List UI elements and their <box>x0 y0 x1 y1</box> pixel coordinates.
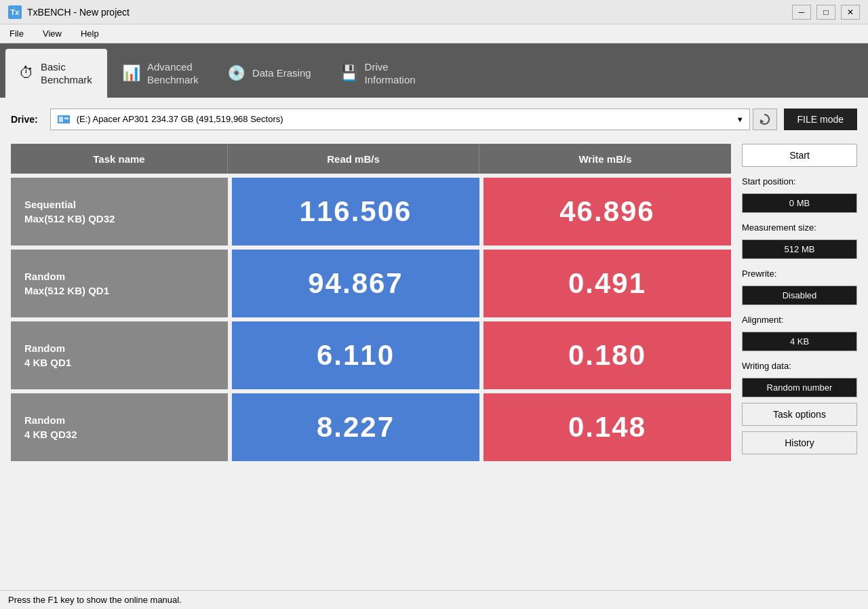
alignment-value[interactable]: 4 KB <box>742 332 857 351</box>
table-row: RandomMax(512 KB) QD1 94.867 0.491 <box>11 250 731 317</box>
main-content: Drive: (E:) Apacer AP301 234.37 GB (491,… <box>0 98 868 590</box>
file-mode-button[interactable]: FILE mode <box>784 109 857 130</box>
write-value-3: 0.148 <box>484 393 731 461</box>
writing-data-label: Writing data: <box>742 361 857 371</box>
alignment-label: Alignment: <box>742 315 857 325</box>
data-erasing-icon: 💿 <box>227 64 245 82</box>
header-read: Read mB/s <box>228 144 479 174</box>
sidebar: Start Start position: 0 MB Measurement s… <box>742 144 857 579</box>
drive-select-text: (E:) Apacer AP301 234.37 GB (491,519,968… <box>56 114 283 125</box>
drive-row: Drive: (E:) Apacer AP301 234.37 GB (491,… <box>11 109 857 130</box>
tab-drive-information[interactable]: 💾 DriveInformation <box>326 49 429 98</box>
header-write: Write mB/s <box>479 144 731 174</box>
header-task-name: Task name <box>11 144 228 174</box>
svg-rect-1 <box>59 117 63 122</box>
status-text: Press the F1 key to show the online manu… <box>8 595 182 605</box>
tab-data-erasing[interactable]: 💿 Data Erasing <box>214 49 325 98</box>
window-controls: ─ □ ✕ <box>792 5 860 20</box>
window-title: TxBENCH - New project <box>27 7 130 18</box>
read-value-1: 94.867 <box>232 250 479 317</box>
tab-basic-benchmark-label: BasicBenchmark <box>41 60 92 87</box>
tab-basic-benchmark[interactable]: ⏱ BasicBenchmark <box>5 49 107 98</box>
measurement-size-label: Measurement size: <box>742 222 857 233</box>
start-button[interactable]: Start <box>742 144 857 167</box>
title-bar: Tx TxBENCH - New project ─ □ ✕ <box>0 0 868 24</box>
read-value-0: 116.506 <box>232 178 479 245</box>
drive-select-container: (E:) Apacer AP301 234.37 GB (491,519,968… <box>50 109 777 130</box>
app-icon: Tx <box>8 5 22 19</box>
table-row: SequentialMax(512 KB) QD32 116.506 46.89… <box>11 178 731 245</box>
tab-data-erasing-label: Data Erasing <box>252 66 311 80</box>
history-button[interactable]: History <box>742 431 857 454</box>
tab-drive-information-label: DriveInformation <box>365 60 416 87</box>
prewrite-label: Prewrite: <box>742 269 857 279</box>
minimize-button[interactable]: ─ <box>792 5 811 20</box>
table-header: Task name Read mB/s Write mB/s <box>11 144 731 174</box>
start-position-label: Start position: <box>742 176 857 186</box>
drive-select[interactable]: (E:) Apacer AP301 234.37 GB (491,519,968… <box>50 109 750 130</box>
table-body: SequentialMax(512 KB) QD32 116.506 46.89… <box>11 174 731 461</box>
menu-help[interactable]: Help <box>77 27 103 40</box>
table-row: Random4 KB QD32 8.227 0.148 <box>11 393 731 461</box>
refresh-icon <box>758 113 772 126</box>
writing-data-value[interactable]: Random number <box>742 378 857 397</box>
status-bar: Press the F1 key to show the online manu… <box>0 590 868 609</box>
menu-bar: File View Help <box>0 24 868 43</box>
dropdown-chevron-icon: ▼ <box>736 115 744 123</box>
task-options-button[interactable]: Task options <box>742 403 857 426</box>
menu-file[interactable]: File <box>5 27 28 40</box>
write-value-1: 0.491 <box>484 250 731 317</box>
start-position-value[interactable]: 0 MB <box>742 193 857 213</box>
refresh-button[interactable] <box>753 109 777 130</box>
content-area: Task name Read mB/s Write mB/s Sequentia… <box>11 144 857 579</box>
drive-information-icon: 💾 <box>340 64 358 82</box>
benchmark-table: Task name Read mB/s Write mB/s Sequentia… <box>11 144 731 579</box>
drive-select-icon <box>56 114 71 125</box>
tab-bar: ⏱ BasicBenchmark 📊 AdvancedBenchmark 💿 D… <box>0 43 868 98</box>
title-bar-left: Tx TxBENCH - New project <box>8 5 130 19</box>
task-name-0: SequentialMax(512 KB) QD32 <box>11 178 228 245</box>
read-value-2: 6.110 <box>232 321 479 389</box>
task-name-1: RandomMax(512 KB) QD1 <box>11 250 228 317</box>
tab-advanced-benchmark[interactable]: 📊 AdvancedBenchmark <box>108 49 212 98</box>
tab-advanced-benchmark-label: AdvancedBenchmark <box>147 60 199 87</box>
drive-label: Drive: <box>11 114 43 125</box>
prewrite-value[interactable]: Disabled <box>742 286 857 305</box>
task-name-3: Random4 KB QD32 <box>11 393 228 461</box>
menu-view[interactable]: View <box>39 27 66 40</box>
svg-rect-2 <box>64 117 68 119</box>
close-button[interactable]: ✕ <box>841 5 860 20</box>
write-value-0: 46.896 <box>484 178 731 245</box>
table-row: Random4 KB QD1 6.110 0.180 <box>11 321 731 389</box>
maximize-button[interactable]: □ <box>816 5 835 20</box>
basic-benchmark-icon: ⏱ <box>19 64 34 82</box>
read-value-3: 8.227 <box>232 393 479 461</box>
measurement-size-value[interactable]: 512 MB <box>742 239 857 259</box>
task-name-2: Random4 KB QD1 <box>11 321 228 389</box>
write-value-2: 0.180 <box>484 321 731 389</box>
advanced-benchmark-icon: 📊 <box>122 64 140 82</box>
